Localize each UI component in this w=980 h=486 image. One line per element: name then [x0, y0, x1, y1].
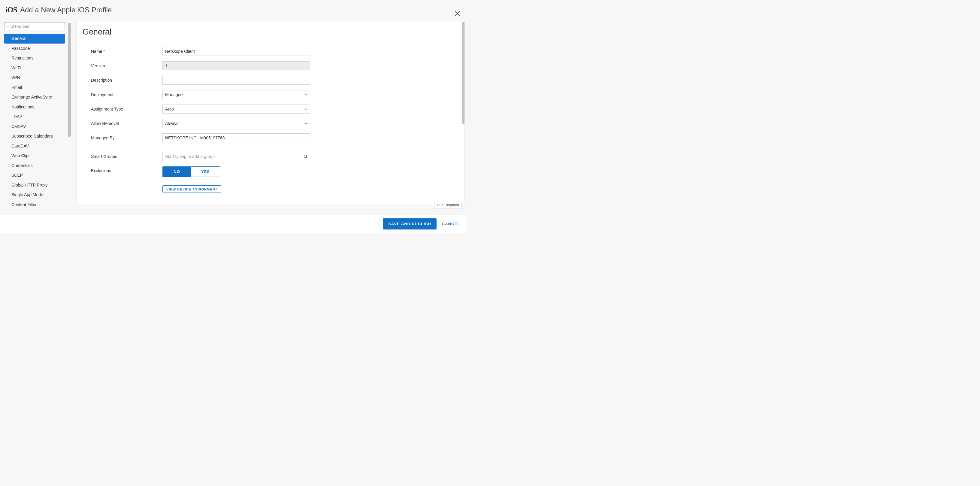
sidebar-item-web-clips[interactable]: Web Clips — [4, 151, 65, 161]
sidebar-item-general[interactable]: General — [4, 33, 65, 43]
install-areas-text: Install only on devices inside selected … — [170, 202, 251, 204]
sidebar-item-credentials[interactable]: Credentials — [4, 161, 65, 170]
allow-removal-select[interactable]: Always — [162, 119, 310, 128]
allow-removal-label: Allow Removal — [91, 121, 162, 126]
search-wrapper — [4, 22, 65, 30]
panel-scrollbar[interactable] — [462, 22, 465, 124]
sidebar-item-caldav[interactable]: CalDAV — [4, 122, 65, 132]
exclusions-label: Exclusions — [91, 166, 162, 173]
dialog-title: Add a New Apple iOS Profile — [20, 6, 112, 14]
description-field[interactable] — [162, 76, 310, 85]
deployment-select[interactable]: Managed — [162, 90, 310, 99]
install-areas-checkbox[interactable] — [162, 202, 167, 204]
sidebar-item-carddav[interactable]: CardDAV — [4, 141, 65, 151]
hub-required-tag: Hub Required — [434, 202, 462, 209]
assignment-type-select[interactable]: Auto — [162, 105, 310, 113]
sidebar-scrollbar[interactable] — [68, 18, 71, 213]
smart-groups-field[interactable] — [162, 152, 310, 161]
dialog-footer: SAVE AND PUBLISH CANCEL — [0, 214, 467, 233]
additional-criteria-label: Additional Assignment Criteria — [91, 202, 162, 204]
sidebar-item-scep[interactable]: SCEP — [4, 170, 65, 180]
chevron-down-icon — [304, 93, 307, 96]
sidebar-item-notifications[interactable]: Notifications — [4, 102, 65, 112]
version-label: Version — [91, 64, 162, 68]
search-input[interactable] — [5, 22, 65, 30]
exclusions-no-button[interactable]: NO — [162, 166, 191, 177]
ios-logo: iOS — [5, 5, 17, 14]
dialog-header: iOS Add a New Apple iOS Profile — [0, 0, 467, 18]
sidebar-item-restrictions[interactable]: Restrictions — [4, 53, 65, 63]
sidebar-item-ldap[interactable]: LDAP — [4, 112, 65, 122]
info-icon[interactable]: ? — [254, 203, 259, 204]
sidebar-item-global-http-proxy[interactable]: Global HTTP Proxy — [4, 180, 65, 190]
assignment-type-label: Assignment Type — [91, 107, 162, 112]
svg-point-2 — [304, 155, 307, 158]
payload-sidebar: GeneralPasscodeRestrictionsWi-FiVPNEmail… — [4, 18, 65, 213]
form-panel: General Name* — [76, 21, 465, 204]
panel-heading: General — [83, 27, 449, 37]
chevron-down-icon — [304, 108, 307, 110]
name-field[interactable] — [162, 47, 310, 56]
sidebar-item-email[interactable]: Email — [4, 83, 65, 92]
close-icon[interactable] — [454, 10, 461, 17]
sidebar-item-subscribed-calendars[interactable]: Subscribed Calendars — [4, 131, 65, 141]
version-field: 1 — [162, 61, 310, 70]
sidebar-item-content-filter[interactable]: Content Filter — [4, 200, 65, 210]
chevron-down-icon — [304, 122, 307, 125]
cancel-button[interactable]: CANCEL — [442, 221, 460, 226]
name-label: Name* — [91, 49, 162, 54]
sidebar-item-passcode[interactable]: Passcode — [4, 43, 65, 53]
deployment-label: Deployment — [91, 92, 162, 97]
sidebar-item-wi-fi[interactable]: Wi-Fi — [4, 63, 65, 73]
search-icon — [304, 155, 308, 159]
managed-by-field[interactable] — [162, 133, 310, 142]
managed-by-label: Managed By — [91, 135, 162, 140]
exclusions-yes-button[interactable]: YES — [191, 166, 220, 177]
save-and-publish-button[interactable]: SAVE AND PUBLISH — [383, 218, 436, 229]
required-asterisk: * — [103, 49, 105, 54]
sidebar-item-vpn[interactable]: VPN — [4, 73, 65, 83]
smart-groups-label: Smart Groups — [91, 154, 162, 159]
sidebar-item-exchange-activesync[interactable]: Exchange ActiveSync — [4, 92, 65, 102]
svg-line-3 — [307, 158, 308, 159]
exclusions-toggle: NO YES — [162, 166, 220, 177]
description-label: Description — [91, 78, 162, 83]
sidebar-item-single-app-mode[interactable]: Single App Mode — [4, 190, 65, 200]
view-device-assignment-button[interactable]: VIEW DEVICE ASSIGNMENT — [162, 185, 221, 193]
